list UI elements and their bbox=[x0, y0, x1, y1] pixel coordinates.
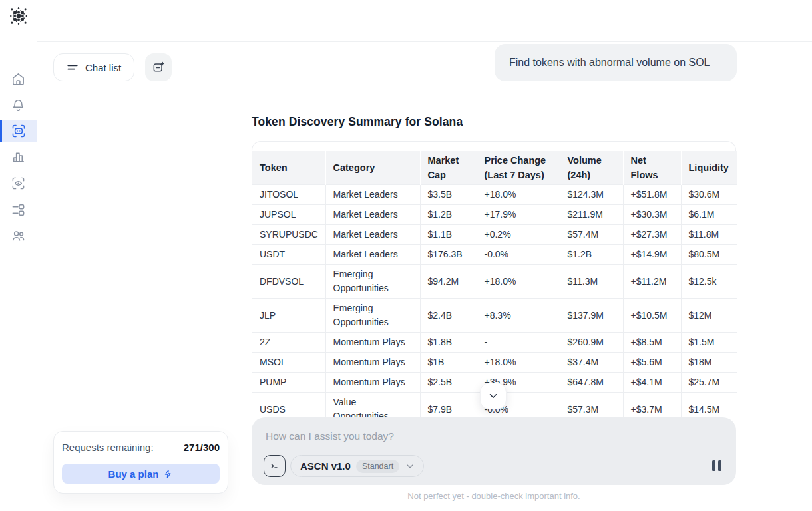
category-cell: Market Leaders bbox=[325, 245, 420, 265]
net-flows-cell: +$27.3M bbox=[623, 225, 681, 245]
header-market-cap: Market Cap bbox=[420, 151, 477, 185]
market-cap-cell: $3.5B bbox=[420, 185, 477, 205]
token-cell: PUMP bbox=[252, 373, 325, 393]
table-row: JLP Emerging Opportunities $2.4B +8.3% $… bbox=[252, 299, 737, 333]
net-flows-cell: +$8.5M bbox=[623, 333, 681, 353]
volume-cell: $647.8M bbox=[560, 373, 623, 393]
requests-remaining-label: Requests remaining: bbox=[62, 442, 154, 453]
volume-cell: $57.4M bbox=[560, 225, 623, 245]
model-selector[interactable]: ASCN v1.0 Standart bbox=[290, 455, 424, 477]
bot-icon bbox=[11, 123, 27, 139]
eye-scan-icon bbox=[11, 176, 26, 191]
list-lines-icon bbox=[67, 61, 79, 73]
header-category: Category bbox=[325, 151, 420, 185]
home-icon bbox=[11, 71, 26, 86]
message-input[interactable] bbox=[266, 426, 718, 446]
market-cap-cell: $176.3B bbox=[420, 245, 477, 265]
table-row: DFDVSOL Emerging Opportunities $94.2M +1… bbox=[252, 265, 737, 299]
user-message-bubble: Find tokens with abnormal volume on SOL bbox=[495, 44, 737, 81]
price-change-cell: - bbox=[477, 333, 560, 353]
buy-a-plan-button[interactable]: Buy a plan bbox=[62, 464, 220, 484]
token-cell: JUPSOL bbox=[252, 205, 325, 225]
scroll-to-bottom-button[interactable] bbox=[480, 383, 507, 409]
message-composer: ASCN v1.0 Standart bbox=[252, 417, 736, 485]
table-row: JITOSOL Market Leaders $3.5B +18.0% $124… bbox=[252, 185, 737, 205]
token-cell: USDT bbox=[252, 245, 325, 265]
sidebar-item-analytics[interactable] bbox=[0, 145, 37, 168]
category-cell: Emerging Opportunities bbox=[325, 265, 420, 299]
token-cell: MSOL bbox=[252, 353, 325, 373]
header-volume: Volume (24h) bbox=[560, 151, 623, 185]
token-cell: JITOSOL bbox=[252, 185, 325, 205]
bell-icon bbox=[11, 98, 26, 113]
price-change-cell: +17.9% bbox=[477, 205, 560, 225]
price-change-cell: +18.0% bbox=[477, 185, 560, 205]
category-cell: Market Leaders bbox=[325, 205, 420, 225]
liquidity-cell: $25.7M bbox=[681, 373, 737, 393]
price-change-cell: +8.3% bbox=[477, 299, 560, 333]
market-cap-cell: $2.5B bbox=[420, 373, 477, 393]
lightning-icon bbox=[163, 469, 173, 479]
pause-icon bbox=[718, 460, 721, 471]
market-cap-cell: $1.8B bbox=[420, 333, 477, 353]
liquidity-cell: $6.1M bbox=[681, 205, 737, 225]
volume-cell: $260.9M bbox=[560, 333, 623, 353]
market-cap-cell: $1.2B bbox=[420, 205, 477, 225]
liquidity-cell: $30.6M bbox=[681, 185, 737, 205]
sidebar-item-watchlist[interactable] bbox=[0, 172, 37, 194]
sidebar-item-home[interactable] bbox=[0, 67, 37, 90]
token-cell: JLP bbox=[252, 299, 325, 333]
token-cell: 2Z bbox=[252, 333, 325, 353]
volume-cell: $124.3M bbox=[560, 185, 623, 205]
users-icon bbox=[11, 228, 26, 243]
net-flows-cell: +$4.1M bbox=[623, 373, 681, 393]
volume-cell: $211.9M bbox=[560, 205, 623, 225]
sidebar bbox=[0, 0, 37, 511]
header-net-flows: Net Flows bbox=[623, 151, 681, 185]
net-flows-cell: +$11.2M bbox=[623, 265, 681, 299]
terminal-mode-button[interactable] bbox=[264, 455, 286, 477]
market-cap-cell: $94.2M bbox=[420, 265, 477, 299]
net-flows-cell: +$14.9M bbox=[623, 245, 681, 265]
accuracy-disclaimer: Not perfect yet - double-check important… bbox=[252, 491, 736, 501]
price-change-cell: +18.0% bbox=[477, 353, 560, 373]
new-chat-button[interactable] bbox=[145, 53, 172, 81]
sidebar-item-notifications[interactable] bbox=[0, 94, 37, 116]
liquidity-cell: $11.8M bbox=[681, 225, 737, 245]
app-logo-icon[interactable] bbox=[8, 5, 29, 27]
volume-cell: $11.3M bbox=[560, 265, 623, 299]
liquidity-cell: $12.5k bbox=[681, 265, 737, 299]
token-cell: DFDVSOL bbox=[252, 265, 325, 299]
answer-title: Token Discovery Summary for Solana bbox=[252, 115, 463, 129]
model-name: ASCN v1.0 bbox=[300, 460, 351, 472]
category-cell: Market Leaders bbox=[325, 225, 420, 245]
price-change-cell: +18.0% bbox=[477, 265, 560, 299]
sidebar-item-reports[interactable] bbox=[0, 198, 37, 221]
top-bar bbox=[37, 0, 812, 42]
volume-cell: $37.4M bbox=[560, 353, 623, 373]
requests-remaining-value: 271/300 bbox=[184, 442, 220, 453]
net-flows-cell: +$5.6M bbox=[623, 353, 681, 373]
liquidity-cell: $80.5M bbox=[681, 245, 737, 265]
market-cap-cell: $2.4B bbox=[420, 299, 477, 333]
liquidity-cell: $1.5M bbox=[681, 333, 737, 353]
buy-a-plan-label: Buy a plan bbox=[108, 468, 159, 480]
net-flows-cell: +$30.3M bbox=[623, 205, 681, 225]
liquidity-cell: $12M bbox=[681, 299, 737, 333]
header-token: Token bbox=[252, 151, 325, 185]
sidebar-item-ai-chat[interactable] bbox=[0, 120, 37, 142]
price-change-cell: +0.2% bbox=[477, 225, 560, 245]
chevron-down-icon bbox=[405, 461, 415, 472]
table-row: MSOL Momentum Plays $1B +18.0% $37.4M +$… bbox=[252, 353, 737, 373]
token-cell: SYRUPUSDC bbox=[252, 225, 325, 245]
table-row: SYRUPUSDC Market Leaders $1.1B +0.2% $57… bbox=[252, 225, 737, 245]
chat-list-button[interactable]: Chat list bbox=[53, 53, 134, 81]
table-header: Token Category Market Cap Price Change (… bbox=[252, 151, 737, 185]
net-flows-cell: +$10.5M bbox=[623, 299, 681, 333]
pause-generation-button[interactable] bbox=[708, 457, 725, 474]
pause-icon bbox=[712, 460, 715, 471]
chevron-down-icon bbox=[487, 390, 499, 402]
sidebar-item-community[interactable] bbox=[0, 224, 37, 246]
category-cell: Market Leaders bbox=[325, 185, 420, 205]
category-cell: Momentum Plays bbox=[325, 373, 420, 393]
